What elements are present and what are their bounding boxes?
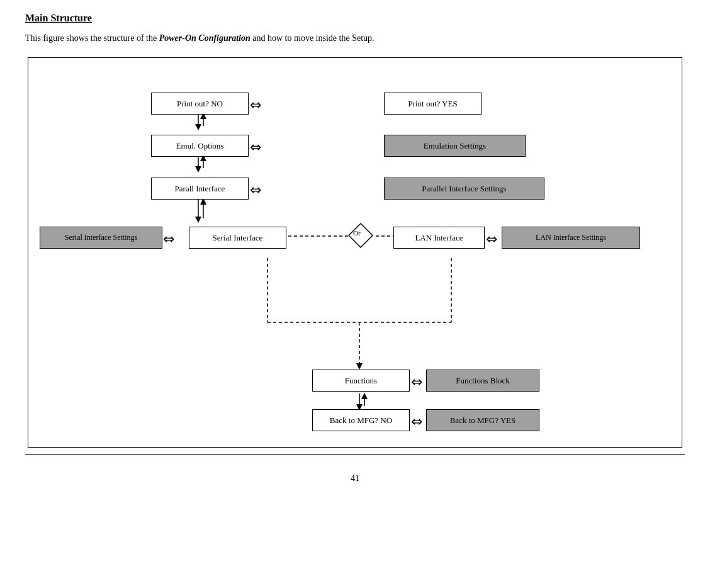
svg-marker-5: [195, 166, 201, 172]
svg-marker-1: [195, 124, 201, 130]
svg-marker-18: [356, 363, 363, 370]
or-diamond: Or: [348, 223, 373, 248]
lan-interface-box: LAN Interface: [393, 227, 485, 249]
serial-settings-arrow: ⇔: [163, 231, 174, 247]
print-no-box: Print out? NO: [151, 93, 249, 115]
svg-marker-22: [361, 393, 368, 399]
svg-marker-23: [349, 223, 373, 247]
intro-text: This figure shows the structure of the P…: [25, 31, 685, 45]
bottom-divider: [25, 454, 685, 455]
functions-block-box: Functions Block: [426, 370, 539, 392]
or-label: Or: [353, 229, 361, 237]
parallel-settings-box: Parallel Interface Settings: [384, 178, 544, 200]
page-title: Main Structure: [25, 13, 685, 24]
back-mfg-yes-box: Back to MFG? YES: [426, 409, 539, 431]
print-arrow-icon: ⇔: [250, 97, 261, 113]
emulation-settings-box: Emulation Settings: [384, 135, 526, 157]
back-mfg-no-box: Back to MFG? NO: [312, 409, 410, 431]
serial-interface-box: Serial Interface: [189, 227, 286, 249]
back-mfg-arrow-icon: ⇔: [411, 414, 422, 430]
page-number: 41: [25, 473, 685, 483]
lan-arrow-icon: ⇔: [486, 231, 497, 247]
emul-options-box: Emul. Options: [151, 135, 249, 157]
diagram-container: Print out? NO Print out? YES ⇔ Emul. Opt…: [28, 57, 682, 448]
lan-settings-box: LAN Interface Settings: [502, 227, 640, 249]
serial-settings-box: Serial Interface Settings: [40, 227, 162, 249]
functions-arrow-icon: ⇔: [411, 374, 422, 390]
functions-box: Functions: [312, 370, 410, 392]
parall-interface-box: Parall Interface: [151, 178, 249, 200]
svg-marker-9: [195, 217, 201, 223]
print-yes-box: Print out? YES: [384, 93, 482, 115]
emul-arrow-icon: ⇔: [250, 139, 261, 155]
parall-arrow-icon: ⇔: [250, 182, 261, 198]
